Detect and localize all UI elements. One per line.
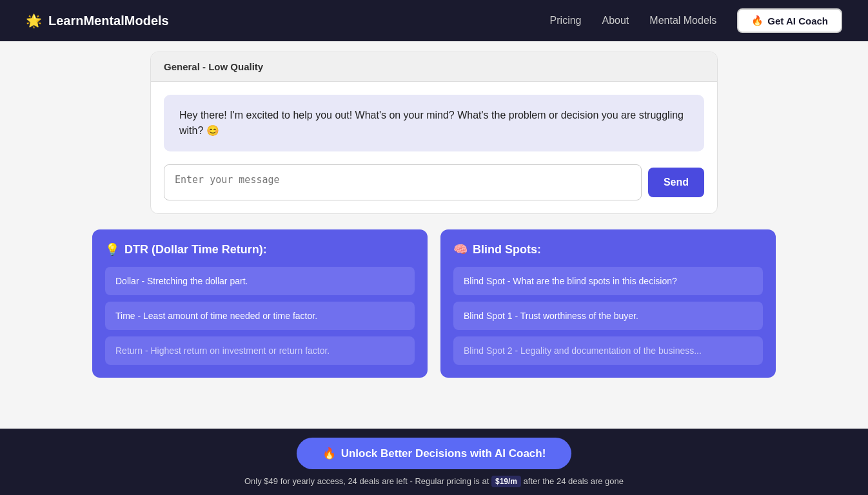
dtr-item-1[interactable]: Time - Least amount of time needed or ti… [105,302,415,330]
dtr-item-2[interactable]: Return - Highest return on investment or… [105,336,415,365]
dtr-title-text: DTR (Dollar Time Return): [124,243,267,257]
chat-header: General - Low Quality [151,52,717,82]
blind-spots-card: 🧠 Blind Spots: Blind Spot - What are the… [440,229,776,378]
chat-panel: General - Low Quality Hey there! I'm exc… [150,52,718,214]
dtr-card: 💡 DTR (Dollar Time Return): Dollar - Str… [92,229,428,378]
nav-logo[interactable]: 🌟 LearnMentalModels [26,13,169,28]
blind-spot-item-0[interactable]: Blind Spot - What are the blind spots in… [453,267,763,295]
nav-links: Pricing About Mental Models 🔥 Get AI Coa… [550,8,842,33]
blind-spots-icon: 🧠 [453,242,468,257]
logo-icon: 🌟 [26,13,42,28]
price-badge: $19/m [491,476,521,487]
bottom-bar: 🔥 Unlock Better Decisions with AI Coach!… [0,429,868,495]
cta-icon: 🔥 [751,15,764,26]
chat-input-row: Send [164,164,704,200]
cta-label: Get AI Coach [767,15,828,26]
chat-input[interactable] [164,164,642,200]
chat-body: Hey there! I'm excited to help you out! … [151,82,717,213]
navbar: 🌟 LearnMentalModels Pricing About Mental… [0,0,868,41]
unlock-button[interactable]: 🔥 Unlock Better Decisions with AI Coach! [297,438,572,469]
cards-row: 💡 DTR (Dollar Time Return): Dollar - Str… [92,229,776,378]
bottom-note: Only $49 for yearly access, 24 deals are… [244,476,624,487]
bottom-note-text: Only $49 for yearly access, 24 deals are… [244,476,489,486]
nav-link-mental-models[interactable]: Mental Models [649,15,716,26]
bottom-note-suffix: after the 24 deals are gone [524,476,624,486]
get-ai-coach-button[interactable]: 🔥 Get AI Coach [737,8,842,33]
unlock-icon: 🔥 [322,447,336,460]
nav-link-about[interactable]: About [602,15,629,26]
dtr-item-0[interactable]: Dollar - Stretching the dollar part. [105,267,415,295]
send-button[interactable]: Send [648,168,704,197]
blind-spots-title-text: Blind Spots: [473,243,541,257]
chat-message: Hey there! I'm excited to help you out! … [164,95,704,151]
blind-spot-item-1[interactable]: Blind Spot 1 - Trust worthiness of the b… [453,302,763,330]
nav-link-pricing[interactable]: Pricing [550,15,582,26]
dtr-card-title: 💡 DTR (Dollar Time Return): [105,242,415,257]
unlock-label: Unlock Better Decisions with AI Coach! [341,447,546,460]
main-content: General - Low Quality Hey there! I'm exc… [0,0,868,455]
dtr-icon: 💡 [105,242,119,257]
blind-spot-item-2[interactable]: Blind Spot 2 - Legality and documentatio… [453,336,763,365]
blind-spots-card-title: 🧠 Blind Spots: [453,242,763,257]
logo-text: LearnMentalModels [48,14,169,28]
